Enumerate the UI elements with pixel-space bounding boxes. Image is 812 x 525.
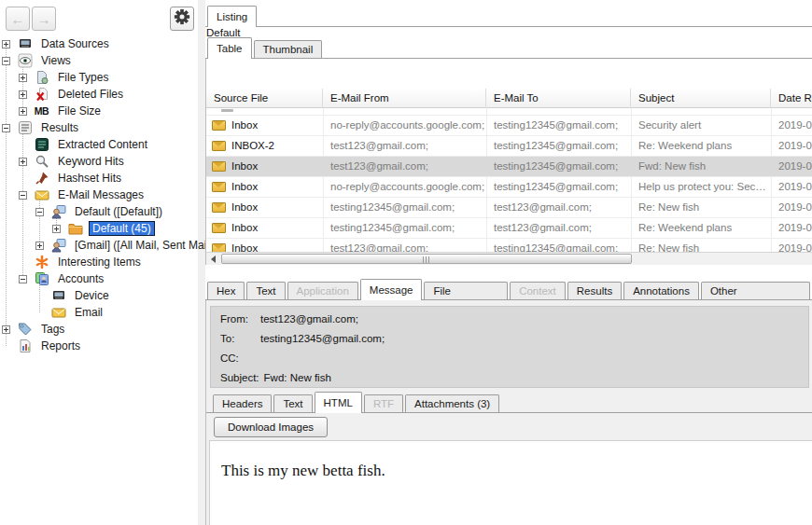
scroll-left-arrow[interactable] [206,253,219,265]
horizontal-scrollbar[interactable] [206,252,812,265]
from-label: From: [220,310,256,329]
tree-item-file-types[interactable]: File Types [0,69,198,86]
tab-other-occurrences[interactable]: Other Occurrences [701,282,810,299]
cell-subject: Security alert [631,116,771,135]
envelope-icon [212,202,226,213]
forward-button[interactable]: → [32,7,56,31]
account-icon [50,204,66,219]
tree-item-label: Device [72,288,112,303]
message-body-text: This is my new betta fish. [210,441,812,480]
tree-item-default-folder[interactable]: Default (45) [0,220,198,237]
table-row[interactable]: Inbox testing12345@gmail.com; test123@gm… [206,198,812,218]
expand-icon[interactable] [52,225,61,233]
tab-file-metadata[interactable]: File Metadata [424,282,508,299]
tab-html[interactable]: HTML [315,392,362,413]
tree-item-views[interactable]: Views [0,52,198,69]
tab-text[interactable]: Text [246,282,285,299]
cell-email-from: no-reply@accounts.google.com; [323,116,486,135]
table-row[interactable]: Inbox test123@gmail.com; testing12345@gm… [206,239,812,252]
cell-email-from: test123@gmail.com; [323,157,486,176]
expand-icon[interactable] [2,325,10,334]
expand-icon[interactable] [19,74,27,82]
tree-item-email-messages[interactable]: E-Mail Messages [0,187,198,203]
folder-icon [67,221,83,236]
column-header-date-received[interactable]: Date Received [771,89,812,108]
cell-subject: Re: Weekend plans [631,136,771,156]
back-button[interactable]: ← [6,7,30,31]
tab-attachments[interactable]: Attachments (3) [405,394,499,412]
expand-icon[interactable] [35,242,44,250]
tab-headers[interactable]: Headers [213,394,272,412]
table-row[interactable]: Inbox testing12345@gmail.com; test123@gm… [206,218,812,239]
cell-subject: Fwd: New fish [631,157,771,176]
file-types-icon [34,70,49,85]
cell-date-received: 2019-06- [771,239,812,252]
account-icon [50,238,66,253]
cell-email-to: testing12345@gmail.com; [486,116,631,135]
tag-icon [17,322,33,337]
mb-icon: MB [34,104,49,118]
cell-source-file: Inbox [206,198,323,217]
tree-item-device[interactable]: Device [0,287,198,304]
download-images-button[interactable]: Download Images [214,417,328,437]
tab-annotations[interactable]: Annotations [623,282,699,299]
tab-msg-text[interactable]: Text [273,394,312,412]
tab-listing[interactable]: Listing [207,6,257,27]
tab-thumbnail[interactable]: Thumbnail [254,40,323,58]
view-tabstrip: Table Thumbnail [205,39,812,59]
tree-item-default-account[interactable]: Default ([Default]) [0,203,198,220]
tree-item-results[interactable]: Results [0,119,198,136]
expand-icon[interactable] [19,107,27,116]
tree-item-tags[interactable]: Tags [0,321,198,338]
tree-item-interesting-items[interactable]: Interesting Items [0,254,198,270]
tab-hex[interactable]: Hex [207,282,245,299]
tab-table[interactable]: Table [207,37,252,59]
tree-item-accounts[interactable]: Accounts [0,270,198,287]
tree-item-hashset-hits[interactable]: Hashset Hits [0,170,198,187]
table-row[interactable]: Inbox no-reply@accounts.google.com; test… [206,116,812,136]
device-icon [50,288,66,303]
tab-results[interactable]: Results [567,282,622,299]
tree-item-keyword-hits[interactable]: Keyword Hits [0,153,198,170]
collapse-icon[interactable] [19,275,27,283]
tree-item-data-sources[interactable]: Data Sources [0,35,198,52]
tree-item-label: Reports [38,338,83,353]
tree-item-label: E-Mail Messages [55,187,147,202]
tree-item-email[interactable]: Email [0,304,198,321]
magnifier-icon [34,154,49,169]
expand-icon[interactable] [19,90,27,99]
tree-item-reports[interactable]: Reports [0,338,198,354]
from-value: test123@gmail.com; [260,313,358,325]
expand-icon[interactable] [19,158,27,166]
cell-subject: Re: Weekend plans [631,218,771,238]
column-header-source-file[interactable]: Source File [206,89,323,108]
tab-message[interactable]: Message [360,279,423,300]
gear-icon [174,8,190,29]
tree-item-label: Tags [38,322,67,337]
column-header-email-from[interactable]: E-Mail From [323,89,486,108]
table-row[interactable]: Inbox no-reply@accounts.google.com; test… [206,177,812,198]
collapse-icon[interactable] [2,124,10,132]
tree-item-file-size[interactable]: MB File Size [0,103,198,119]
collapse-icon[interactable] [2,57,10,65]
tree-item-deleted-files[interactable]: Deleted Files [0,86,198,103]
settings-button[interactable] [170,7,194,31]
table-row[interactable]: INBOX-2 test123@gmail.com; testing12345@… [206,136,812,157]
expand-icon[interactable] [2,40,10,48]
column-header-subject[interactable]: Subject [631,89,771,108]
scrollbar-thumb[interactable] [221,254,632,264]
table-row-selected[interactable]: Inbox test123@gmail.com; testing12345@gm… [206,157,812,177]
tree-item-gmail-account[interactable]: [Gmail] ([All Mail, Sent Mail]) [0,237,198,254]
cell-source-file: Inbox [206,177,323,197]
report-icon [17,338,33,353]
collapse-icon[interactable] [35,208,44,216]
tree-item-extracted-content[interactable]: Extracted Content [0,136,198,153]
column-header-email-to[interactable]: E-Mail To [486,89,631,108]
tree-item-label: Default (45) [89,221,155,236]
collapse-icon[interactable] [19,191,27,200]
cell-email-to: testing12345@gmail.com; [486,157,631,176]
tree-item-label: [Gmail] ([All Mail, Sent Mail]) [72,238,218,253]
tree-item-label: Email [72,305,105,320]
pushpin-icon [34,171,49,186]
envelope-icon [212,120,226,131]
